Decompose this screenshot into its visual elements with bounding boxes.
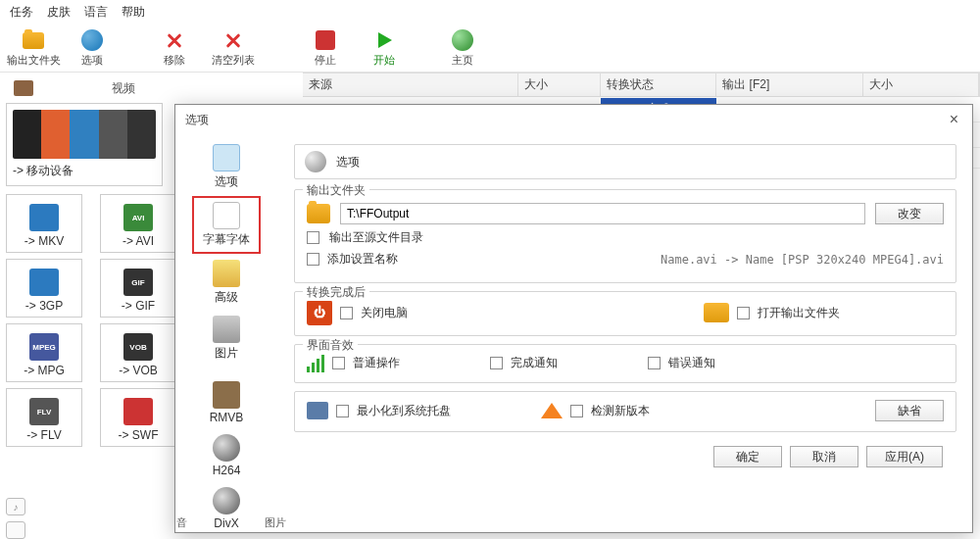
cb-shutdown[interactable] (340, 307, 353, 319)
divx-icon (213, 487, 240, 514)
device-category[interactable]: -> 移动设备 (6, 103, 163, 186)
nav-subtitle-font[interactable]: 字幕字体 (192, 196, 261, 254)
font-icon (213, 202, 240, 229)
nav-advanced[interactable]: 高级 (192, 256, 261, 310)
device-label: -> 移动设备 (13, 163, 156, 179)
vob-icon: VOB (123, 333, 153, 361)
col-output[interactable]: 输出 [F2] (716, 74, 863, 96)
mkv-icon (29, 204, 59, 231)
format-avi[interactable]: AVI-> AVI (100, 194, 176, 253)
col-outsize[interactable]: 大小 (863, 74, 979, 96)
cancel-button[interactable]: 取消 (790, 446, 858, 467)
format-mkv[interactable]: -> MKV (6, 194, 82, 253)
output-folder-button[interactable]: 输出文件夹 (6, 26, 61, 70)
format-gif[interactable]: GIF-> GIF (100, 259, 176, 318)
nav-picture[interactable]: 图片 (192, 312, 261, 366)
device-thumb (13, 110, 156, 159)
flv-icon: FLV (29, 398, 59, 425)
format-vob[interactable]: VOB-> VOB (100, 323, 176, 382)
options-page-header: 选项 (294, 144, 956, 179)
toolbar: 输出文件夹 选项 移除 清空列表 停止 开始 主页 (0, 24, 980, 73)
power-icon: ⏻ (307, 300, 332, 325)
cb-open-output[interactable] (737, 307, 750, 319)
clear-button[interactable]: 清空列表 (206, 26, 261, 70)
options-nav-icon (213, 144, 240, 172)
options-dialog: 选项 × 选项 字幕字体 高级 图片 RMVB H264 DivX 选项 输出文… (174, 104, 973, 533)
output-path-input[interactable] (340, 203, 865, 224)
remove-button[interactable]: 移除 (147, 26, 202, 70)
folder-icon (307, 204, 330, 223)
menubar: 任务 皮肤 语言 帮助 (0, 0, 980, 24)
options-nav: 选项 字幕字体 高级 图片 RMVB H264 DivX (175, 134, 278, 532)
video-label: 视频 (112, 80, 135, 97)
tray-icons: ♪ (6, 498, 25, 539)
nav-options[interactable]: 选项 (192, 140, 261, 194)
remove-icon (164, 29, 185, 51)
dialog-footer: 确定 取消 应用(A) (294, 440, 956, 471)
gif-icon: GIF (123, 269, 153, 296)
mpg-icon: MPEG (29, 333, 59, 361)
music-icon[interactable]: ♪ (6, 498, 25, 515)
folder-icon (704, 303, 729, 322)
misc-icon[interactable] (6, 521, 25, 539)
menu-skin[interactable]: 皮肤 (47, 4, 71, 21)
close-icon[interactable]: × (946, 111, 962, 128)
ok-button[interactable]: 确定 (713, 446, 782, 467)
cb-output-to-source[interactable] (307, 231, 319, 244)
clapper-icon (14, 80, 33, 96)
output-folder-section: 输出文件夹 改变 输出至源文件目录 添加设置名称Name.avi -> Name… (294, 189, 956, 283)
col-size[interactable]: 大小 (518, 74, 601, 96)
example-text: Name.avi -> Name [PSP 320x240 MPEG4].avi (661, 253, 944, 267)
globe-icon (452, 29, 473, 51)
menu-lang[interactable]: 语言 (84, 4, 108, 21)
nav-rmvb[interactable]: RMVB (192, 377, 261, 428)
play-icon (375, 31, 393, 49)
3gp-icon (29, 269, 59, 296)
cb-min-to-tray[interactable] (336, 405, 349, 417)
format-mpg[interactable]: MPEG-> MPG (6, 323, 82, 382)
clear-icon (222, 29, 244, 51)
cb-error-notify[interactable] (648, 357, 661, 369)
ui-sound-section: 界面音效 普通操作 完成通知 错误通知 (294, 344, 956, 383)
header-icon (305, 151, 326, 172)
home-button[interactable]: 主页 (435, 26, 490, 70)
tray-icon (307, 402, 328, 419)
cb-check-update[interactable] (570, 405, 583, 417)
col-status[interactable]: 转换状态 (601, 74, 716, 96)
swf-icon (123, 398, 153, 425)
menu-help[interactable]: 帮助 (122, 4, 145, 21)
cb-normal-op[interactable] (332, 357, 345, 369)
col-source[interactable]: 来源 (303, 74, 518, 96)
menu-task[interactable]: 任务 (10, 4, 33, 21)
sound-bars-icon (307, 353, 324, 372)
format-flv[interactable]: FLV-> FLV (6, 388, 82, 447)
misc-section: 最小化到系统托盘 检测新版本 缺省 (294, 391, 956, 432)
start-button[interactable]: 开始 (357, 26, 412, 70)
adv-icon (213, 260, 240, 287)
stop-icon (316, 30, 335, 50)
folder-icon (23, 32, 44, 49)
default-button[interactable]: 缺省 (875, 400, 944, 421)
change-button[interactable]: 改变 (875, 203, 944, 224)
table-header: 来源 大小 转换状态 输出 [F2] 大小 (303, 73, 980, 97)
nav-leftover-2: 图片 (265, 515, 286, 530)
avi-icon: AVI (123, 204, 153, 231)
options-icon (81, 29, 103, 51)
options-button[interactable]: 选项 (65, 26, 120, 70)
dialog-title: 选项 (185, 112, 209, 128)
cb-add-setting-name[interactable] (307, 253, 319, 266)
nav-h264[interactable]: H264 (192, 430, 261, 481)
pic-icon (213, 316, 240, 343)
update-arrow-icon (541, 403, 563, 418)
format-3gp[interactable]: -> 3GP (6, 259, 82, 318)
stop-button[interactable]: 停止 (298, 26, 353, 70)
apply-button[interactable]: 应用(A) (866, 446, 943, 467)
h264-icon (213, 434, 240, 462)
nav-divx[interactable]: DivX (192, 483, 261, 532)
format-swf[interactable]: -> SWF (100, 388, 176, 447)
nav-leftover-1: 音 (176, 515, 187, 530)
cb-complete-notify[interactable] (490, 357, 503, 369)
after-convert-section: 转换完成后 ⏻关闭电脑 打开输出文件夹 (294, 291, 956, 336)
rmvb-icon (213, 381, 240, 409)
